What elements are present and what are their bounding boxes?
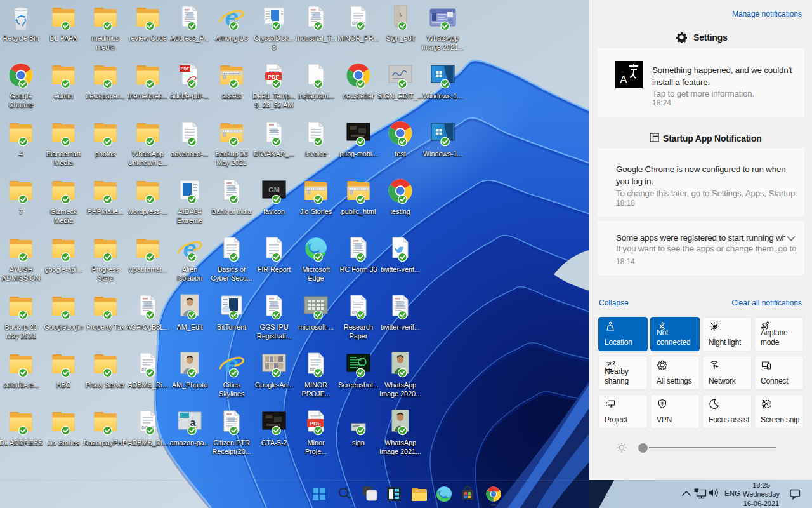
svg-text:A: A (620, 74, 627, 86)
